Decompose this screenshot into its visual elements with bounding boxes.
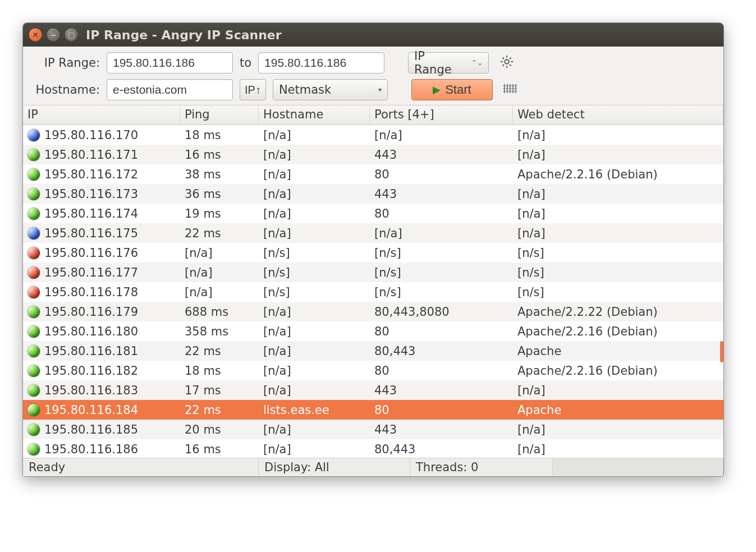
status-indicator-icon: [28, 404, 40, 416]
cell-ports: 80: [370, 167, 513, 182]
cell-ip: 195.80.116.177: [44, 266, 138, 279]
table-row[interactable]: 195.80.116.17522 ms[n/a][n/a][n/a]: [23, 223, 723, 243]
cell-web: [n/a]: [513, 127, 723, 143]
cell-ip: 195.80.116.182: [44, 364, 138, 378]
cell-web: [n/s]: [513, 245, 723, 261]
cell-ports: 80: [370, 363, 513, 379]
cell-ping: 358 ms: [180, 324, 259, 339]
table-row[interactable]: 195.80.116.18520 ms[n/a]443[n/a]: [23, 420, 723, 439]
cell-hostname: [n/a]: [259, 147, 370, 163]
cell-hostname: [n/s]: [259, 245, 370, 261]
cell-ping: 688 ms: [180, 304, 259, 320]
table-row[interactable]: 195.80.116.18616 ms[n/a]80,443[n/a]: [23, 439, 723, 458]
scrollbar-thumb[interactable]: [720, 341, 723, 362]
netmask-select-value: Netmask: [279, 83, 331, 96]
table-row[interactable]: 195.80.116.18218 ms[n/a]80Apache/2.2.16 …: [23, 361, 723, 380]
column-header-hostname[interactable]: Hostname: [259, 105, 370, 125]
cell-ping: [n/a]: [180, 245, 259, 261]
cell-ports: [n/s]: [370, 245, 513, 261]
column-header-web[interactable]: Web detect: [513, 105, 723, 125]
cell-ports: [n/a]: [370, 226, 513, 241]
window-minimize-button[interactable]: ‒: [47, 28, 60, 42]
cell-web: Apache: [513, 402, 723, 418]
cell-ports: 80,443: [370, 343, 513, 359]
to-label: to: [240, 56, 251, 70]
table-row[interactable]: 195.80.116.178[n/a][n/s][n/s][n/s]: [23, 282, 723, 302]
column-header-ping[interactable]: Ping: [180, 105, 259, 125]
status-indicator-icon: [28, 247, 40, 259]
column-header-ports[interactable]: Ports [4+]: [370, 105, 513, 125]
table-row[interactable]: 195.80.116.17238 ms[n/a]80Apache/2.2.16 …: [23, 164, 723, 184]
cell-ip: 195.80.116.180: [44, 325, 138, 338]
cell-ports: 443: [370, 147, 513, 163]
cell-hostname: [n/a]: [259, 324, 370, 339]
table-row[interactable]: 195.80.116.177[n/a][n/s][n/s][n/s]: [23, 263, 723, 282]
table-row[interactable]: 195.80.116.18122 ms[n/a]80,443Apache: [23, 341, 723, 361]
table-row[interactable]: 195.80.116.17018 ms[n/a][n/a][n/a]: [23, 125, 723, 145]
cell-ports: 80,443,8080: [370, 304, 513, 320]
table-row[interactable]: 195.80.116.17419 ms[n/a]80[n/a]: [23, 204, 723, 223]
cell-ip: 195.80.116.181: [44, 344, 138, 358]
cell-ports: 443: [370, 186, 513, 202]
table-row[interactable]: 195.80.116.179688 ms[n/a]80,443,8080Apac…: [23, 302, 723, 321]
status-indicator-icon: [28, 168, 40, 181]
cell-ip: 195.80.116.186: [44, 443, 138, 456]
cell-ip: 195.80.116.183: [44, 384, 138, 397]
cell-ports: [n/a]: [370, 127, 513, 143]
cell-ports: 80,443: [370, 441, 513, 457]
cell-ports: [n/s]: [370, 265, 513, 280]
cell-web: [n/a]: [513, 147, 723, 163]
cell-ip: 195.80.116.170: [44, 128, 138, 142]
table-row[interactable]: 195.80.116.176[n/a][n/s][n/s][n/s]: [23, 243, 723, 263]
status-threads: Threads: 0: [410, 458, 553, 476]
cell-web: [n/a]: [513, 206, 723, 222]
cell-web: Apache/2.2.16 (Debian): [513, 324, 723, 339]
toolbar-row-2: Hostname: IP↑ Netmask ▾ ▶ Start: [30, 79, 717, 100]
table-row[interactable]: 195.80.116.180358 ms[n/a]80Apache/2.2.16…: [23, 321, 723, 341]
start-button-label: Start: [445, 82, 471, 97]
feeder-select-value: IP Range: [414, 49, 466, 76]
hostname-input[interactable]: [107, 79, 233, 100]
status-indicator-icon: [28, 384, 40, 397]
play-icon: ▶: [433, 84, 441, 96]
titlebar: ✕ ‒ ▢ IP Range - Angry IP Scanner: [23, 23, 723, 47]
ip-range-end-input[interactable]: [258, 52, 384, 73]
cell-hostname: [n/a]: [259, 226, 370, 241]
cell-ping: 16 ms: [180, 441, 259, 457]
hostname-label: Hostname:: [30, 83, 100, 96]
cell-ping: 38 ms: [180, 167, 259, 182]
status-indicator-icon: [28, 188, 40, 200]
table-row[interactable]: 195.80.116.17116 ms[n/a]443[n/a]: [23, 145, 723, 164]
window-close-button[interactable]: ✕: [29, 28, 42, 42]
status-indicator-icon: [28, 286, 40, 298]
status-bar: Ready Display: All Threads: 0: [23, 458, 723, 476]
svg-point-0: [505, 59, 508, 63]
status-indicator-icon: [28, 227, 40, 240]
cell-hostname: [n/a]: [259, 422, 370, 438]
cell-hostname: [n/a]: [259, 206, 370, 222]
cell-hostname: [n/s]: [259, 265, 370, 280]
cell-ip: 195.80.116.174: [44, 207, 138, 220]
ip-up-button[interactable]: IP↑: [240, 79, 266, 100]
table-row[interactable]: 195.80.116.18317 ms[n/a]443[n/a]: [23, 380, 723, 400]
cell-ports: 80: [370, 324, 513, 339]
preferences-button[interactable]: [496, 52, 518, 73]
start-button[interactable]: ▶ Start: [411, 79, 493, 100]
feeder-select[interactable]: IP Range ⌃⌄: [408, 52, 489, 73]
column-header-ip[interactable]: IP: [23, 105, 180, 125]
table-body[interactable]: 195.80.116.17018 ms[n/a][n/a][n/a]195.80…: [23, 125, 723, 458]
window-title: IP Range - Angry IP Scanner: [86, 28, 282, 42]
cell-ip: 195.80.116.171: [44, 148, 138, 162]
window-maximize-button[interactable]: ▢: [65, 28, 78, 42]
fetchers-button[interactable]: [500, 79, 522, 100]
table-row[interactable]: 195.80.116.18422 mslists.eas.ee80Apache: [23, 400, 723, 420]
table-row[interactable]: 195.80.116.17336 ms[n/a]443[n/a]: [23, 184, 723, 204]
status-indicator-icon: [28, 306, 40, 318]
cell-ping: 18 ms: [180, 363, 259, 379]
cell-web: [n/a]: [513, 186, 723, 202]
netmask-select[interactable]: Netmask ▾: [273, 79, 388, 100]
ip-range-start-input[interactable]: [107, 52, 233, 73]
cell-ip: 195.80.116.179: [44, 305, 138, 319]
cell-ports: [n/s]: [370, 284, 513, 300]
cell-hostname: [n/a]: [259, 304, 370, 320]
